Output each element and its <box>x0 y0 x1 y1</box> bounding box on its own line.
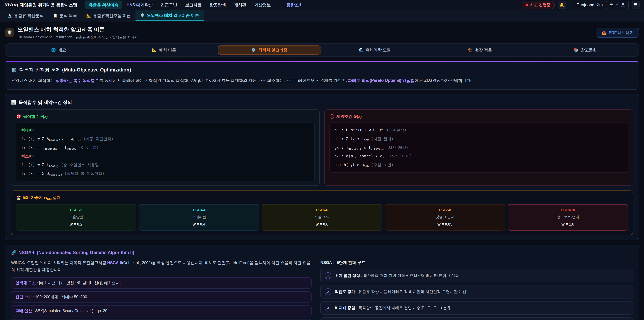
nav-reports[interactable]: 보고자료 <box>182 1 205 10</box>
logout-button[interactable]: 로그아웃 <box>606 1 628 9</box>
globe-icon: 🌐 <box>51 48 56 52</box>
hamburger-menu-button[interactable]: ☰ <box>632 1 640 9</box>
step-number: 3 <box>325 304 332 311</box>
evolution-loop-title: NSGA-II 5단계 진화 루프 <box>320 260 633 265</box>
nav-weather-info[interactable]: 기상정보 <box>250 1 274 10</box>
esi-range: ESI 3-4 <box>142 208 256 212</box>
user-name: Eunjeong Kim <box>576 3 603 8</box>
clipboard-icon: 📋 <box>53 14 58 18</box>
tab-hydrodynamics-model[interactable]: 🌊 유체역학 모델 <box>323 46 426 55</box>
gear-icon: ⚙️ <box>251 48 256 52</box>
topbar: Wing 해양환경 위기대응 통합시스템 유출유 확산예측 HNS·대기확산 긴… <box>0 0 644 10</box>
wing-logo-text: Wing <box>4 2 18 8</box>
subtab-diffusion-model-theory[interactable]: 📐 유출유확산모델 이론 <box>82 10 136 21</box>
nav-oil-spill-prediction[interactable]: 유출유 확산예측 <box>85 1 122 10</box>
param-mutation: 변이 연산 : 다항식 변이(Polynomial Mutation) · ηm… <box>11 319 312 320</box>
nav-board[interactable]: 게시판 <box>230 1 250 10</box>
nsga2-description: WING의 오일펜스 배치 최적화는 다목적 유전알고리즘 NSGA-II(De… <box>11 259 312 273</box>
construction-icon: 🏗️ <box>468 48 472 52</box>
nsga2-parameters: WING의 오일펜스 배치 최적화는 다목적 유전알고리즘 NSGA-II(De… <box>11 259 312 320</box>
esi-shore-type: 갯벌·조간대 <box>388 215 502 219</box>
esi-weight-card-5-6: ESI 5-6 자갈·조약 w = 0.6 <box>262 204 382 231</box>
subtab-boom-algorithm-theory[interactable]: 🛡️ 오일펜스 배치 알고리즘 이론 <box>136 10 204 21</box>
incident-status-badge: 사고 진행중 <box>522 1 555 9</box>
esi-weight-value: w = 0.4 <box>142 222 256 226</box>
divider <box>570 2 570 8</box>
subtab-oil-spill-analysis[interactable]: 🔬 유출유 확산분석 <box>3 10 48 21</box>
esi-range: ESI 1-2 <box>19 208 133 212</box>
pdf-export-button[interactable]: 📤 PDF 내보내기 <box>596 28 639 38</box>
page-header: 🛡️ 오일펜스 배치 최적화 알고리즘 이론 Oil Boom Deployme… <box>0 22 644 43</box>
constraints-title: 🚫 제약조건 G(x) <box>330 114 628 119</box>
nav-emergency-rescue[interactable]: 긴급구난 <box>157 1 181 10</box>
page-title: 오일펜스 배치 최적화 알고리즘 이론 <box>18 26 138 33</box>
main-content: ⚙️ 다목적 최적화 문제 (Multi-Objective Optimizat… <box>5 61 639 320</box>
nav-hns-air-diffusion[interactable]: HNS·대기확산 <box>123 1 156 10</box>
evolution-step-3: 3 비지배 정렬 : 목적함수 공간에서 파레토 전면 계층(F₁, F₂, F… <box>320 301 633 315</box>
esi-weight-card-7-8: ESI 7-8 갯벌·조간대 w = 0.85 <box>385 204 505 231</box>
tab-field-application[interactable]: 🏗️ 현장 적용 <box>428 46 532 55</box>
esi-range: ESI 7-8 <box>388 208 502 212</box>
evolution-step-4: 4 교배·변이 : SBX + 다항식 변이로 자식 세대 생성, 제약조건 위… <box>320 317 633 320</box>
esi-shore-type: 노출암반 <box>19 215 133 219</box>
bar-chart-icon: 📊 <box>11 100 16 105</box>
multi-objective-intro-card: ⚙️ 다목적 최적화 문제 (Multi-Objective Optimizat… <box>5 61 639 90</box>
constraints-panel: 🚫 제약조건 G(x) g₁ : U·sin(θi) ≤ Uc ∀i (임계유속… <box>324 109 633 186</box>
tab-overview[interactable]: 🌐 개요 <box>7 46 110 55</box>
shield-icon: 🛡️ <box>140 13 145 18</box>
evolution-step-2: 2 적합도 평가 : 유출유 확산 시뮬레이터로 각 배치안의 차단면적·도달시… <box>320 285 633 298</box>
incident-badge-label: 사고 진행중 <box>530 2 550 8</box>
subtab-label: 오일펜스 배치 알고리즘 이론 <box>147 13 199 18</box>
param-population: 집단 크기 : 100~200개체 · 세대수 50~200 <box>11 291 312 302</box>
evolution-step-1: 1 초기 집단 생성 : 확산예측 결과 기반 랜덤 + 휴리스틱 배치안 혼합… <box>320 269 633 282</box>
app-title: 해양환경 위기대응 통합시스템 <box>20 2 77 8</box>
app-root: Wing 해양환경 위기대응 통합시스템 유출유 확산예측 HNS·대기확산 긴… <box>0 0 644 320</box>
subtab-label: 유출유 확산분석 <box>14 13 44 19</box>
microscope-icon: 🔬 <box>8 14 12 18</box>
esi-shore-type: 자갈·조약 <box>265 215 379 219</box>
dna-icon: 🧬 <box>11 250 16 255</box>
page-subtitle: Oil Boom Deployment Optimization · 유출유 확… <box>18 35 138 40</box>
main-nav: 유출유 확산예측 HNS·대기확산 긴급구난 보고자료 항공탐색 게시판 기상정… <box>85 1 307 10</box>
tab-optimization-algorithm[interactable]: ⚙️ 최적화 알고리즘 <box>218 46 321 55</box>
objectives-constraints-card: 📊 목적함수 및 제약조건 정의 🎯 목적함수 F(x) 최대화:f₁ (x) … <box>5 94 639 240</box>
section-tab-bar: 🌐 개요 📐 배치 이론 ⚙️ 최적화 알고리즘 🌊 유체역학 모델 🏗️ 현장… <box>5 44 639 57</box>
esi-shore-type: 모래해변 <box>142 215 256 219</box>
objective-function-title: 🎯 목적함수 F(x) <box>16 114 314 119</box>
tab-deployment-theory[interactable]: 📐 배치 이론 <box>112 46 216 55</box>
section-heading: 🧬 NSGA-II (Non-dominated Sorting Genetic… <box>11 250 633 255</box>
target-icon: 🎯 <box>16 114 21 119</box>
esi-range: ESI 5-6 <box>265 208 379 212</box>
esi-weight-card-1-2: ESI 1-2 노출암반 w = 0.2 <box>16 204 136 231</box>
esi-weights-title: 🏖️ ESI 가중치 wESI 설계 <box>16 195 628 200</box>
subtab-label: 유출유확산모델 이론 <box>93 13 131 19</box>
notification-bell-button[interactable]: 🔔 <box>558 1 566 9</box>
prohibited-icon: 🚫 <box>330 114 334 119</box>
tab-references[interactable]: 📚 참고문헌 <box>534 46 637 55</box>
objective-function-formulas: 최대화:f₁ (x) = Σ Ablocked,i · wESI,i (가중 차… <box>16 123 314 181</box>
esi-weight-value: w = 1.0 <box>511 222 625 226</box>
esi-range: ESI 9-10 <box>511 208 625 212</box>
section-heading: ⚙️ 다목적 최적화 문제 (Multi-Objective Optimizat… <box>11 67 633 73</box>
books-icon: 📚 <box>574 48 578 52</box>
triangle-ruler-icon: 📐 <box>152 48 156 52</box>
pdf-export-label: PDF 내보내기 <box>608 30 634 36</box>
esi-weight-card-9-10: ESI 9-10 맹그로브·습지 w = 1.0 <box>508 204 628 231</box>
nav-integrated-search[interactable]: 통합조회 <box>283 1 306 10</box>
hamburger-icon: ☰ <box>634 2 638 8</box>
divider <box>279 2 279 8</box>
esi-shore-type: 맹그로브·습지 <box>511 215 625 219</box>
bell-icon: 🔔 <box>560 3 564 7</box>
app-logo[interactable]: Wing 해양환경 위기대응 통합시스템 <box>4 2 77 8</box>
subtab-label: 분석 목록 <box>60 13 77 19</box>
nav-aerial-search[interactable]: 항공탐색 <box>206 1 230 10</box>
export-icon: 📤 <box>602 30 606 35</box>
divider <box>81 2 81 8</box>
wave-icon: 🌊 <box>358 48 363 52</box>
beach-icon: 🏖️ <box>16 195 21 200</box>
subtab-analysis-list[interactable]: 📋 분석 목록 <box>48 10 82 21</box>
step-number: 1 <box>325 272 332 279</box>
gear-icon: ⚙️ <box>11 68 16 73</box>
esi-weights-card: 🏖️ ESI 가중치 wESI 설계 ESI 1-2 노출암반 w = 0.2 … <box>11 190 633 235</box>
section-heading: 📊 목적함수 및 제약조건 정의 <box>11 99 633 105</box>
